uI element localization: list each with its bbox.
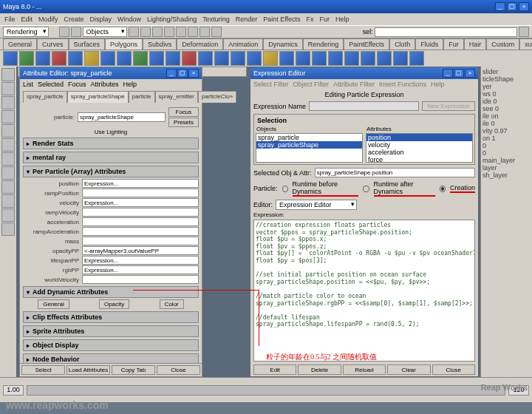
ee-menu-item[interactable]: Object Filter xyxy=(293,81,330,88)
shelf-icon[interactable] xyxy=(35,51,50,66)
ae-tab[interactable]: particleClo» xyxy=(198,91,236,103)
shelf-tab-dynamics[interactable]: Dynamics xyxy=(263,38,303,50)
object-list-item[interactable]: spray_particle xyxy=(256,134,362,141)
channel-item[interactable]: on 1 xyxy=(482,135,531,142)
shelf-icon[interactable] xyxy=(279,51,294,66)
menu-create[interactable]: Create xyxy=(64,16,84,23)
channel-item[interactable]: 0 xyxy=(482,149,531,157)
channel-item[interactable]: sh_layer xyxy=(482,172,531,179)
shelf-icon[interactable] xyxy=(231,51,245,66)
section-render-stats[interactable]: Render Stats xyxy=(23,138,199,149)
status-icon[interactable] xyxy=(129,27,139,37)
tool-button[interactable] xyxy=(1,180,15,194)
channel-item[interactable]: layer xyxy=(482,164,531,172)
pp-input-rampPosition[interactable] xyxy=(82,189,199,197)
status-icon[interactable] xyxy=(71,27,81,37)
ae-max-button[interactable]: ▢ xyxy=(177,69,188,78)
menu-lighting/shading[interactable]: Lighting/Shading xyxy=(147,16,197,23)
section-node-behavior[interactable]: Node Behavior xyxy=(23,353,199,363)
minimize-button[interactable]: _ xyxy=(495,2,505,11)
shelf-icon[interactable] xyxy=(328,51,343,66)
tool-button[interactable] xyxy=(1,223,15,236)
tool-button[interactable] xyxy=(1,166,15,180)
tool-button[interactable] xyxy=(1,82,15,95)
objects-dropdown[interactable]: Objects xyxy=(83,27,127,37)
shelf-icon[interactable] xyxy=(133,51,148,66)
shelf-tab-cloth[interactable]: Cloth xyxy=(389,38,415,50)
pp-input-mass[interactable] xyxy=(82,237,199,245)
status-icon[interactable] xyxy=(59,27,69,37)
sel-input[interactable] xyxy=(375,27,517,37)
status-icon[interactable] xyxy=(152,27,163,37)
channel-item[interactable]: main_layer xyxy=(482,157,531,164)
menu-edit[interactable]: Edit xyxy=(21,16,33,23)
creation-label[interactable]: Creation xyxy=(450,184,475,193)
pp-input-opacityPP[interactable] xyxy=(82,246,199,255)
ee-clear-button[interactable]: Clear xyxy=(387,364,430,375)
channel-item[interactable]: yer xyxy=(482,83,531,90)
maximize-button[interactable]: ▢ xyxy=(507,2,517,11)
object-list-item[interactable]: spray_particleShape xyxy=(256,141,362,149)
tool-button[interactable] xyxy=(1,96,15,109)
add-general-button[interactable]: General xyxy=(38,299,69,309)
ae-close-button[interactable]: Close xyxy=(157,365,200,375)
mode-dropdown[interactable]: Rendering xyxy=(3,27,49,37)
channel-item[interactable]: ile 0 xyxy=(482,120,531,127)
runtime-before-label[interactable]: Runtime before Dynamics xyxy=(293,180,359,197)
menu-help[interactable]: Help xyxy=(335,16,349,23)
ee-edit-button[interactable]: Edit xyxy=(253,364,296,375)
shelf-icon[interactable] xyxy=(3,51,18,66)
ae-menu-attributes[interactable]: Attributes xyxy=(91,81,119,88)
shelf-icon[interactable] xyxy=(68,51,83,66)
channel-box[interactable]: sliderticleShapeyerws 0ide 0see 0ile oni… xyxy=(480,67,532,377)
attribute-list-item[interactable]: acceleration xyxy=(366,149,472,156)
shelf-tab-surfaces[interactable]: Surfaces xyxy=(69,38,106,50)
shelf-icon[interactable] xyxy=(377,51,392,66)
ae-min-button[interactable]: _ xyxy=(166,69,177,78)
menu-render[interactable]: Render xyxy=(236,16,258,23)
shelf-icon[interactable] xyxy=(393,51,408,66)
attribute-list-item[interactable]: position xyxy=(366,134,472,141)
expression-editor-titlebar[interactable]: Expression Editor _▢× xyxy=(250,67,478,79)
shelf-icon[interactable] xyxy=(214,51,229,66)
shelf-icon[interactable] xyxy=(198,51,213,66)
ee-menu-item[interactable]: Select Filter xyxy=(253,81,289,88)
shelf-icon[interactable] xyxy=(149,51,164,66)
shelf-tab-painteffects[interactable]: PaintEffects xyxy=(344,38,389,50)
section-per-particle[interactable]: Per Particle (Array) Attributes xyxy=(23,166,199,177)
shelf-icon[interactable] xyxy=(312,51,327,66)
pp-input-rgbPP[interactable] xyxy=(82,265,199,274)
menu-modify[interactable]: Modify xyxy=(38,16,58,23)
runtime-before-radio[interactable] xyxy=(282,186,288,192)
ee-close-button[interactable]: Close xyxy=(432,364,475,375)
pp-input-rampAcceleration[interactable] xyxy=(82,227,199,236)
particle-name-input[interactable] xyxy=(78,112,166,122)
tool-button[interactable] xyxy=(1,152,15,166)
status-icon[interactable] xyxy=(519,27,529,37)
menu-fur[interactable]: Fur xyxy=(320,16,330,23)
menu-texturing[interactable]: Texturing xyxy=(202,16,230,23)
pp-input-rampVelocity[interactable] xyxy=(82,208,199,217)
shelf-tab-subdivs[interactable]: Subdivs xyxy=(143,38,177,50)
status-icon[interactable] xyxy=(211,27,222,37)
channel-item[interactable]: ide 0 xyxy=(482,98,531,105)
ee-reload-button[interactable]: Reload xyxy=(343,364,386,375)
tool-button[interactable] xyxy=(1,124,15,138)
shelf-icon[interactable] xyxy=(296,51,310,66)
status-icon[interactable] xyxy=(200,27,210,37)
tool-button[interactable] xyxy=(1,194,15,208)
shelf-tab-hair[interactable]: Hair xyxy=(464,38,487,50)
section-add-dynamic[interactable]: Add Dynamic Attributes xyxy=(23,286,199,298)
shelf-tab-rendering[interactable]: Rendering xyxy=(303,38,344,50)
objects-list[interactable]: spray_particlespray_particleShape xyxy=(256,133,363,163)
ae-select-button[interactable]: Select xyxy=(21,365,65,375)
tool-button[interactable] xyxy=(1,208,15,222)
shelf-icon[interactable] xyxy=(344,51,359,66)
ee-close-button[interactable]: × xyxy=(465,69,475,78)
attribute-editor-titlebar[interactable]: Attribute Editor: spray_particle _▢× xyxy=(20,67,202,79)
shelf-icon[interactable] xyxy=(263,51,278,66)
expression-textarea[interactable]: //creation expression floats particles v… xyxy=(253,220,475,362)
add-color-button[interactable]: Color xyxy=(160,299,184,309)
channel-item[interactable]: see 0 xyxy=(482,105,531,112)
channel-item[interactable]: 0 xyxy=(482,142,531,149)
